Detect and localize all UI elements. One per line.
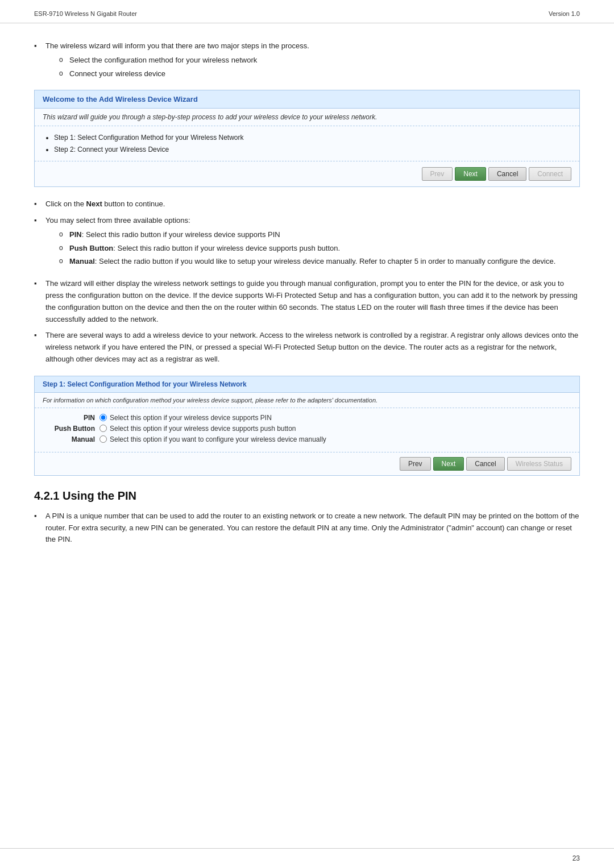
config-option-pushbutton-text: Select this option if your wireless devi…: [110, 425, 296, 433]
config-cancel-button[interactable]: Cancel: [466, 457, 504, 471]
wizard-next-button[interactable]: Next: [455, 167, 486, 181]
config-option-pin-radio[interactable]: [99, 414, 107, 421]
config-option-pin-text: Select this option if your wireless devi…: [110, 414, 272, 422]
config-option-pushbutton-radio[interactable]: [99, 425, 107, 432]
intro-sub-2: Connect your wireless device: [59, 68, 580, 80]
body-paragraphs-list: The wizard will either display the wirel…: [34, 278, 580, 366]
config-option-pin-row: PIN Select this option if your wireless …: [43, 414, 571, 422]
instr-bullet-1: Click on the Next button to continue.: [34, 198, 580, 210]
wizard-box-desc: This wizard will guide you through a ste…: [35, 109, 579, 126]
header-right: Version 1.0: [549, 10, 580, 17]
wizard-cancel-button[interactable]: Cancel: [488, 167, 526, 181]
header-left: ESR-9710 Wireless N Gigabit Router: [34, 10, 137, 17]
wizard-connect-button[interactable]: Connect: [529, 167, 571, 181]
config-wireless-status-button[interactable]: Wireless Status: [507, 457, 571, 471]
instructions-bullet-list: Click on the Next button to continue. Yo…: [34, 198, 580, 268]
config-box-desc: For information on which configuration m…: [35, 393, 579, 408]
wizard-box-title: Welcome to the Add Wireless Device Wizar…: [35, 90, 579, 109]
intro-bullet-list: The wireless wizard will inform you that…: [34, 40, 580, 80]
intro-sub-list: Select the configuration method for your…: [45, 55, 580, 80]
wizard-box-buttons: Prev Next Cancel Connect: [35, 161, 579, 186]
instr-sub-manual: Manual: Select the radio button if you w…: [59, 256, 580, 268]
page-number: 23: [572, 854, 580, 862]
section-heading: 4.2.1 Using the PIN: [34, 489, 580, 502]
pin-paragraph-text: A PIN is a unique number that can be use…: [45, 512, 579, 544]
config-option-manual-text: Select this option if you want to config…: [110, 435, 326, 443]
wizard-step-2: Step 2: Connect your Wireless Device: [54, 144, 571, 155]
instr-bullet-2: You may select from three available opti…: [34, 215, 580, 268]
body-para-1-text: The wizard will either display the wirel…: [45, 279, 578, 323]
wizard-box: Welcome to the Add Wireless Device Wizar…: [34, 90, 580, 187]
config-next-button[interactable]: Next: [433, 457, 464, 471]
config-box-title: Step 1: Select Configuration Method for …: [35, 376, 579, 393]
config-box: Step 1: Select Configuration Method for …: [34, 376, 580, 476]
instr-sub-list: PIN: Select this radio button if your wi…: [45, 229, 580, 268]
wizard-prev-button[interactable]: Prev: [422, 167, 453, 181]
body-para-2: There are several ways to add a wireless…: [34, 330, 580, 365]
wizard-step-1: Step 1: Select Configuration Method for …: [54, 132, 571, 143]
page-header: ESR-9710 Wireless N Gigabit Router Versi…: [0, 0, 614, 23]
config-option-manual-label: Manual: [43, 435, 99, 443]
main-content: The wireless wizard will inform you that…: [0, 23, 614, 848]
wizard-box-steps: Step 1: Select Configuration Method for …: [35, 126, 579, 161]
instr-sub-pushbutton: Push Button: Select this radio button if…: [59, 243, 580, 255]
config-option-pushbutton-label: Push Button: [43, 425, 99, 433]
config-box-options: PIN Select this option if your wireless …: [35, 408, 579, 452]
intro-bullet-1-text: The wireless wizard will inform you that…: [45, 41, 309, 50]
config-box-buttons: Prev Next Cancel Wireless Status: [35, 452, 579, 475]
page-footer: 23: [0, 848, 614, 868]
pin-bullet-list: A PIN is a unique number that can be use…: [34, 510, 580, 546]
config-prev-button[interactable]: Prev: [400, 457, 431, 471]
intro-bullet-1: The wireless wizard will inform you that…: [34, 40, 580, 80]
config-option-manual-row: Manual Select this option if you want to…: [43, 435, 571, 443]
page-container: ESR-9710 Wireless N Gigabit Router Versi…: [0, 0, 614, 868]
intro-sub-1: Select the configuration method for your…: [59, 55, 580, 67]
body-para-1: The wizard will either display the wirel…: [34, 278, 580, 325]
body-para-2-text: There are several ways to add a wireless…: [45, 331, 578, 363]
config-option-pin-label: PIN: [43, 414, 99, 422]
config-option-manual-radio[interactable]: [99, 435, 107, 443]
instr-sub-pin: PIN: Select this radio button if your wi…: [59, 229, 580, 241]
config-option-pushbutton-row: Push Button Select this option if your w…: [43, 425, 571, 433]
pin-bullet-1: A PIN is a unique number that can be use…: [34, 510, 580, 546]
